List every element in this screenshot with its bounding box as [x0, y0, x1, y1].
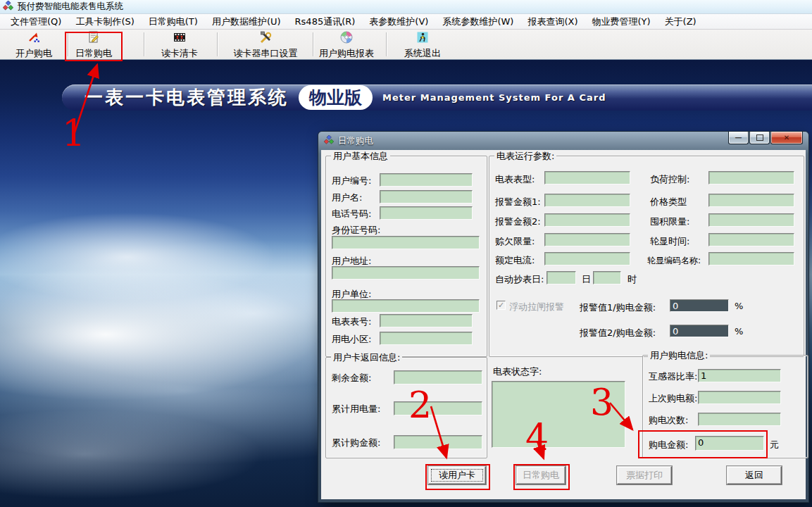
maximize-icon [756, 134, 763, 141]
button-label: 读用户卡 [439, 469, 475, 482]
read-user-card-button[interactable]: 读用户卡 [428, 466, 486, 484]
unit-field[interactable] [332, 299, 480, 313]
toolbar-open-account-button[interactable]: 开户购电 [3, 31, 65, 58]
purchase-report-icon [339, 30, 354, 46]
user-name-field[interactable] [380, 190, 473, 204]
phone-label: 电话号码: [332, 208, 371, 220]
group-meter-params: 电表运行参数: 电表表型: 报警金额1: 报警金额2: 赊欠限量: 额定电流: … [489, 156, 804, 357]
meter-type-field[interactable] [544, 171, 630, 184]
phone-field[interactable] [380, 206, 473, 220]
credit-limit-field[interactable] [544, 233, 630, 246]
remaining-amount-label: 剩余金额: [332, 372, 371, 384]
alarm2-ratio-field[interactable]: 0 [670, 325, 729, 337]
daily-purchase-button[interactable]: 日常购电 [516, 466, 566, 484]
percent-label: % [735, 301, 743, 311]
card-reader-serial-icon [258, 30, 273, 46]
menu-file[interactable]: 文件管理(Q) [4, 14, 68, 30]
remaining-amount-field[interactable] [394, 370, 482, 384]
menu-system-params[interactable]: 系统参数维护(W) [436, 14, 520, 30]
price-type-label: 价格类型 [650, 196, 687, 208]
rated-current-field[interactable] [544, 252, 630, 265]
meter-type-label: 电表表型: [495, 173, 535, 186]
menu-meter-params[interactable]: 表参数维护(V) [363, 14, 435, 30]
load-control-label: 负荷控制: [650, 173, 689, 186]
banner-title: 一表一卡电表管理系统 [85, 85, 289, 110]
purchase-count-field[interactable] [698, 413, 781, 426]
group-user-info: 用户基本信息 用户编号: 用户名: 电话号码: 身份证号码: 用户地址: 用户单… [325, 156, 487, 357]
float-alarm-checkbox[interactable]: ✓ [496, 301, 506, 310]
toolbar-label: 日常购电 [75, 47, 112, 60]
total-usage-label: 累计用电量: [332, 403, 380, 415]
toolbar: 开户购电 日常购电 读卡清卡 [0, 30, 812, 60]
toolbar-separator [217, 32, 218, 56]
dialog-client-area: 用户基本信息 用户编号: 用户名: 电话号码: 身份证号码: 用户地址: 用户单… [321, 150, 806, 499]
percent-label: % [735, 326, 743, 337]
read-clear-card-icon [173, 30, 187, 46]
menu-rs485[interactable]: Rs485通讯(R) [289, 14, 362, 30]
dialog-titlebar[interactable]: 日常购电 — ✕ [318, 132, 808, 150]
app-title: 预付费智能电能表售电系统 [18, 1, 123, 13]
district-label: 用电小区: [332, 333, 371, 346]
menu-report-query[interactable]: 报表查询(X) [521, 14, 584, 30]
user-number-label: 用户编号: [332, 175, 371, 187]
meter-number-field[interactable] [380, 314, 473, 327]
menu-tool-card[interactable]: 工具卡制作(S) [69, 14, 140, 30]
menu-bar: 文件管理(Q) 工具卡制作(S) 日常购电(T) 用户数据维护(U) Rs485… [0, 14, 812, 30]
display-code-name-label: 轮显编码名称: [647, 255, 701, 267]
total-purchase-field[interactable] [394, 435, 482, 449]
total-usage-field[interactable] [394, 401, 482, 415]
meter-number-label: 电表表号: [332, 315, 371, 328]
purchase-amount-field[interactable]: 0 [695, 436, 764, 451]
hoard-limit-label: 囤积限量: [650, 215, 689, 228]
minimize-button[interactable]: — [728, 132, 749, 144]
id-card-field[interactable] [332, 236, 480, 249]
alarm-amount2-field[interactable] [544, 213, 630, 227]
transformer-ratio-field[interactable]: 1 [698, 369, 781, 382]
yuan-unit-label: 元 [770, 439, 779, 451]
display-time-field[interactable] [708, 233, 794, 246]
auto-read-hour-field[interactable] [593, 271, 621, 284]
button-label: 返回 [745, 469, 763, 482]
auto-read-day-field[interactable] [546, 271, 576, 284]
user-number-field[interactable] [380, 173, 473, 187]
menu-about[interactable]: 关于(Z) [658, 14, 703, 30]
last-purchase-field[interactable] [698, 391, 781, 404]
receipt-print-button[interactable]: 票据打印 [617, 466, 672, 484]
meter-status-box[interactable] [492, 381, 625, 448]
display-code-name-field[interactable] [708, 252, 794, 265]
toolbar-card-reader-serial-button[interactable]: 读卡器串口设置 [223, 31, 308, 58]
hoard-limit-field[interactable] [708, 213, 794, 227]
alarm2-ratio-label: 报警值2/购电金额: [580, 327, 656, 339]
credit-limit-label: 赊欠限量: [495, 235, 535, 248]
toolbar-separator [68, 32, 68, 56]
main-titlebar[interactable]: 预付费智能电能表售电系统 [0, 0, 812, 14]
total-purchase-label: 累计购金额: [332, 437, 380, 449]
address-field[interactable] [332, 266, 480, 280]
maximize-button[interactable] [749, 132, 770, 144]
district-field[interactable] [380, 332, 473, 345]
toolbar-purchase-report-button[interactable]: 用户购电报表 [310, 31, 383, 58]
return-button[interactable]: 返回 [727, 466, 782, 484]
close-button[interactable]: ✕ [770, 132, 803, 144]
group-legend: 用户卡返回信息: [331, 351, 402, 364]
button-label: 票据打印 [626, 469, 663, 482]
menu-property-fee[interactable]: 物业费管理(Y) [585, 14, 656, 30]
price-type-field[interactable] [708, 194, 794, 207]
toolbar-separator [386, 32, 387, 56]
hour-unit-label: 时 [627, 273, 637, 286]
menu-daily-purchase[interactable]: 日常购电(T) [142, 14, 204, 30]
app-icon [3, 1, 13, 13]
toolbar-daily-purchase-button[interactable]: 日常购电 [69, 31, 118, 58]
app-icon [324, 135, 334, 147]
last-purchase-label: 上次购电额: [649, 392, 697, 405]
banner-subtitle: Meter Management System For A Card [382, 92, 606, 103]
toolbar-system-exit-button[interactable]: 系统退出 [392, 31, 454, 58]
menu-user-data[interactable]: 用户数据维护(U) [206, 14, 287, 30]
load-control-field[interactable] [708, 171, 794, 184]
id-card-label: 身份证号码: [332, 224, 380, 237]
toolbar-label: 系统退出 [404, 47, 441, 60]
alarm1-ratio-field[interactable]: 0 [670, 299, 729, 312]
meter-status-label: 电表状态字: [493, 365, 542, 378]
toolbar-read-clear-card-button[interactable]: 读卡清卡 [149, 31, 210, 58]
alarm-amount1-field[interactable] [544, 194, 630, 207]
